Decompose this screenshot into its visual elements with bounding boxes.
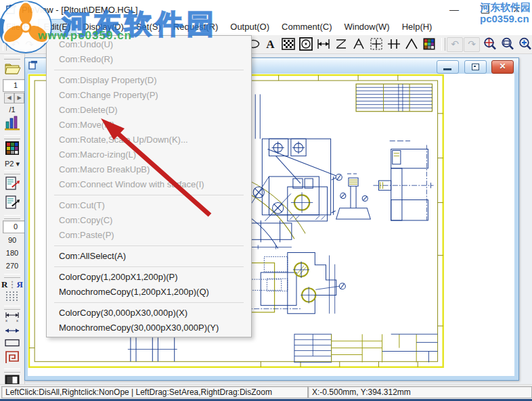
menu-item-change-property[interactable]: Com:Change Property(P) (47, 88, 251, 103)
measure-x-icon[interactable]: xx (0, 311, 24, 325)
circle-target-icon[interactable] (298, 37, 313, 52)
menu-item-monochromecopy-30000[interactable]: MonochromeCopy(30,000pX30,000P)(Y) (47, 321, 251, 335)
toolbar-grip[interactable] (4, 170, 20, 174)
restore-icon (472, 64, 479, 70)
text-icon[interactable]: A (263, 37, 278, 52)
svg-text:x: x (16, 319, 18, 323)
zoom-in-icon[interactable] (517, 37, 532, 52)
document-minimize-button[interactable] (437, 60, 459, 74)
palette-select[interactable]: P2 ▾ (0, 158, 24, 169)
close-button[interactable]: ✕ (501, 0, 532, 19)
menu-set[interactable]: Set(S) (130, 19, 167, 35)
copy-doc-black-icon[interactable] (0, 195, 24, 214)
open-folder-icon[interactable] (0, 61, 24, 78)
rectangle-icon[interactable] (0, 337, 24, 350)
page-total-label: /1 (0, 104, 24, 115)
zoom-area-icon[interactable] (500, 37, 515, 52)
redo-disabled-icon[interactable]: ↷ (464, 37, 480, 52)
menu-item-colorcopy-1200[interactable]: ColorCopy(1,200pX1,200p)(P) (47, 270, 251, 285)
status-hints: LeftClick:DisAll,Rightclick:NonOpe | Lef… (1, 386, 308, 398)
menu-item-display-property[interactable]: Com:Display Property(D) (47, 73, 251, 88)
toolbar-grip[interactable] (4, 274, 20, 278)
menu-display[interactable]: Display(D) (76, 19, 130, 35)
svg-text:x: x (5, 319, 7, 323)
color-palette-icon[interactable] (421, 37, 437, 52)
minimize-button[interactable]: — (439, 0, 470, 19)
menu-request[interactable]: Request(R) (167, 19, 224, 35)
menu-help[interactable]: Help(H) (396, 19, 439, 35)
measure-angle-icon[interactable] (351, 37, 366, 52)
menu-item-paste[interactable]: Com:Paste(P) (47, 228, 251, 243)
menu-separator (54, 302, 244, 303)
undo-disabled-icon[interactable]: ↶ (447, 37, 463, 52)
dot-grid-icon[interactable] (0, 290, 24, 304)
toolbar-grip[interactable] (4, 215, 20, 219)
document-close-button[interactable]: ✕ (491, 60, 514, 74)
ploview-window: PloView - [Pltout\DEMO.HGL] — ✕ File(F)E… (0, 0, 532, 401)
rotate-180-button[interactable]: 180 (0, 247, 24, 260)
menu-item-macro-breakup[interactable]: Com:Macro BreakUpB) (47, 162, 251, 177)
page-next-button[interactable]: ▶ (14, 93, 24, 103)
document-restore-button[interactable] (464, 60, 487, 74)
menu-file[interactable]: File(F) (0, 19, 38, 35)
menu-bar: File(F)Edit(E)Display(D)Set(S)Request(R)… (0, 19, 532, 35)
toolbar-grip[interactable] (4, 135, 20, 139)
menu-item-allselect[interactable]: Com:AllSelect(A) (47, 249, 251, 264)
menu-separator (54, 245, 244, 246)
copy-doc-red-icon[interactable] (0, 176, 24, 195)
toolbar-grip[interactable] (4, 306, 20, 310)
menu-item-cut[interactable]: Com:Cut(T) (47, 198, 251, 213)
window-title: PloView - [Pltout\DEMO.HGL] (22, 5, 138, 15)
crosshair-box-icon[interactable] (368, 37, 384, 52)
menu-separator (54, 266, 244, 267)
status-bar: LeftClick:DisAll,Rightclick:NonOpe | Lef… (0, 384, 532, 400)
menu-separator (54, 195, 244, 195)
rotate-270-button[interactable]: 270 (0, 260, 24, 273)
toolbar-grip[interactable] (3, 38, 7, 51)
rotate-90-button[interactable]: 90 (0, 234, 24, 247)
document-icon (28, 61, 38, 70)
menu-item-undo[interactable]: Com:Undo(U) (47, 37, 251, 52)
palette-icon[interactable] (0, 141, 24, 158)
maximize-icon (481, 5, 489, 14)
menu-item-connect-window[interactable]: Com:Connect Window with surface(I) (47, 177, 251, 192)
menu-item-copy[interactable]: Com:Copy(C) (47, 213, 251, 228)
measure-pitch-icon[interactable] (386, 37, 401, 52)
toolbar-grip[interactable] (441, 38, 445, 51)
measure-arrow-icon[interactable] (0, 325, 24, 337)
undo-icon[interactable]: ↶ (7, 37, 23, 52)
menu-item-rotate-scale[interactable]: Com:Rotate,Scale Up/Down(K)... (47, 133, 251, 147)
redo-icon[interactable]: ↷ (22, 37, 37, 52)
menu-item-redo[interactable]: Com:Redo(R) (47, 52, 251, 67)
measure-width-icon[interactable] (315, 37, 331, 52)
menu-separator (54, 70, 244, 70)
left-toolbar: 1 ◀▶ /1 P2 ▾ 0 90 180 270 R⋮Я xx PD (0, 54, 25, 384)
menu-edit[interactable]: Edit(E) (38, 19, 77, 35)
app-icon (6, 4, 17, 15)
menu-comment[interactable]: Comment(C) (275, 19, 338, 35)
menu-item-monochromecopy-1200[interactable]: MonochromeCopy(1,200pX1,200p)(Q) (47, 285, 251, 300)
mirror-icon[interactable]: R⋮Я (0, 279, 24, 290)
measure-vertex-icon[interactable] (403, 37, 419, 52)
zoom-origin-icon[interactable] (482, 37, 497, 52)
menu-window[interactable]: Window(W) (338, 19, 395, 35)
toolbar-grip[interactable] (4, 369, 20, 373)
page-prev-button[interactable]: ◀ (4, 93, 14, 103)
minimize-icon (443, 68, 451, 70)
total-display-icon[interactable] (0, 115, 24, 134)
menu-output[interactable]: Output(O) (224, 19, 275, 35)
pen-path-icon[interactable] (0, 350, 24, 367)
status-coordinates: X:-0.500mm, Y:394.312mm (308, 386, 532, 398)
edit-dropdown-menu: Com:Undo(U) Com:Redo(R) Com:Display Prop… (46, 35, 252, 337)
menu-item-move[interactable]: Com:Move(M)... (47, 118, 251, 133)
menu-item-delete[interactable]: Com:Delete(D) (47, 103, 251, 118)
hatch-pattern-icon[interactable] (280, 37, 296, 52)
toolbar-grip[interactable] (4, 55, 20, 60)
menu-item-colorcopy-30000[interactable]: ColorCopy(30,000pX30,000p)(X) (47, 306, 251, 321)
title-bar: PloView - [Pltout\DEMO.HGL] — ✕ (0, 0, 532, 19)
measure-z-icon[interactable] (333, 37, 349, 52)
menu-item-macro-izing[interactable]: Com:Macro-izing(L) (47, 147, 251, 162)
maximize-button[interactable] (470, 0, 501, 19)
